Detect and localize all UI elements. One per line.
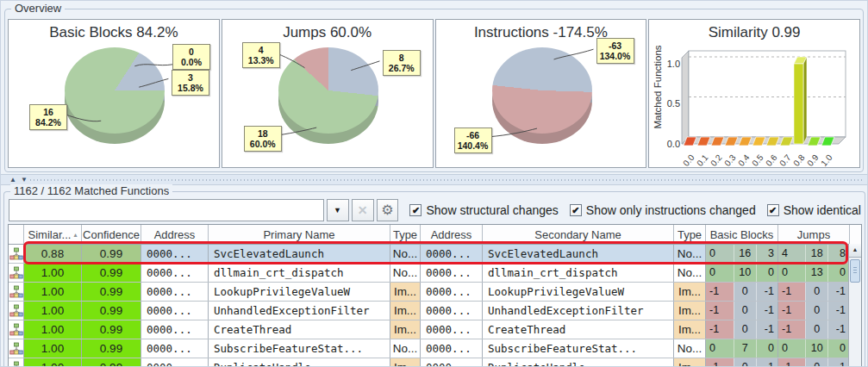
column-header-similar-[interactable]: Similar...▴	[24, 225, 82, 244]
overview-charts: Basic Blocks 84.2% 0 0.0% 3 15.8%	[8, 19, 860, 168]
checkbox-show-only-instructions-changed[interactable]: ✔Show only instructions changed	[570, 203, 756, 217]
similarity-chart-panel: Similarity 0.99 Matched Functions 0.00.5…	[648, 19, 860, 168]
pie-face	[278, 47, 378, 134]
filter-dropdown-button[interactable]: ▼	[327, 199, 349, 221]
jumps-cell: 0100	[778, 339, 850, 358]
function-graph-icon	[9, 264, 24, 282]
close-icon: ✕	[358, 203, 368, 217]
basic-blocks-cell: -10-1	[706, 358, 778, 367]
filter-settings-button[interactable]: ⚙	[377, 199, 399, 221]
column-header-jumps[interactable]: Jumps	[778, 225, 850, 244]
splitter-collapse-up-icon[interactable]: ▲	[8, 176, 18, 184]
vertical-scrollbar[interactable]: ▲	[848, 244, 861, 367]
secondary-name-cell: DuplicateHandle	[483, 358, 674, 367]
column-header-secondary-name[interactable]: Secondary Name	[483, 225, 674, 244]
table-row[interactable]: 1.000.990000...UnhandledExceptionFilterI…	[9, 302, 861, 320]
column-header-basic-blocks[interactable]: Basic Blocks	[706, 225, 778, 244]
checkbox-show-structural-changes[interactable]: ✔Show structural changes	[409, 203, 558, 217]
column-header-label: Secondary Name	[534, 228, 621, 241]
table-row[interactable]: 1.000.990000...LookupPrivilegeValueWIm..…	[9, 283, 861, 302]
bindiff-window: Overview Basic Blocks 84.2% 0 0.0%	[0, 0, 868, 367]
callout-value: 0	[176, 47, 207, 57]
clear-filter-button[interactable]: ✕	[352, 199, 374, 221]
similarity-bar-chart: 0.00.51.00.00.10.20.30.40.50.60.70.80.91…	[649, 39, 860, 168]
filter-input[interactable]	[9, 199, 324, 221]
scroll-up-icon[interactable]: ▲	[849, 244, 861, 258]
checkbox-icon: ✔	[767, 204, 779, 216]
primary-type-cell: Im...	[390, 320, 421, 339]
basic-blocks-cell: -10-1	[706, 302, 778, 320]
confidence-cell: 0.99	[82, 245, 141, 263]
table-row[interactable]: 0.880.990000...SvcElevatedLaunchNo...000…	[9, 245, 861, 264]
pie-callout: -63 134.0%	[596, 38, 634, 64]
similarity-cell: 1.00	[24, 358, 82, 367]
callout-value: 16	[33, 107, 64, 117]
pie-callout: 16 84.2%	[29, 104, 67, 130]
basic-blocks-cell: 0163	[706, 245, 778, 263]
callout-pct: 84.2%	[33, 117, 64, 128]
secondary-name-cell: dllmain_crt_dispatch	[483, 264, 674, 282]
basic-blocks-cell: 0100	[706, 264, 778, 282]
primary-name-cell: CreateThread	[209, 320, 390, 339]
column-header-address[interactable]: Address	[141, 225, 209, 244]
pie-face	[65, 47, 165, 134]
svg-text:1.0: 1.0	[667, 59, 680, 69]
callout-pct: 26.7%	[386, 63, 417, 73]
callout-pct: 0.0%	[176, 57, 207, 67]
similarity-cell: 1.00	[24, 264, 82, 282]
similarity-cell: 1.00	[24, 302, 82, 320]
primary-name-cell: DuplicateHandle	[209, 358, 390, 367]
column-header-confidence[interactable]: Confidence	[82, 225, 141, 244]
callout-value: 18	[247, 128, 278, 139]
scrollbar-thumb[interactable]	[850, 259, 860, 283]
secondary-name-cell: LookupPrivilegeValueW	[483, 283, 674, 301]
callout-pct: 15.8%	[175, 83, 206, 93]
confidence-cell: 0.99	[82, 339, 141, 358]
gear-icon: ⚙	[381, 202, 393, 218]
callout-pct: 60.0%	[247, 139, 278, 149]
splitter-collapse-down-icon[interactable]: ▼	[19, 176, 29, 184]
column-header-label: Address	[431, 228, 472, 241]
table-row[interactable]: 1.000.990000...DuplicateHandleIm...0000.…	[9, 358, 861, 367]
svg-text:0.0: 0.0	[681, 152, 696, 168]
primary-address-cell: 0000...	[141, 320, 209, 339]
svg-text:0.5: 0.5	[667, 98, 680, 109]
column-header-primary-name[interactable]: Primary Name	[209, 225, 390, 244]
secondary-name-cell: CreateThread	[483, 320, 674, 339]
table-row[interactable]: 1.000.990000...SubscribeFeatureStat...No…	[9, 339, 861, 358]
basic-blocks-chart-title: Basic Blocks 84.2%	[9, 24, 219, 41]
secondary-type-cell: Im...	[674, 320, 706, 339]
checkbox-show-identical[interactable]: ✔Show identical	[767, 203, 861, 217]
svg-text:0.3: 0.3	[722, 152, 738, 168]
confidence-cell: 0.99	[82, 264, 141, 282]
secondary-type-cell: Im...	[674, 283, 706, 301]
filter-toolbar: ▼ ✕ ⚙ ✔Show structural changes✔Show only…	[9, 198, 861, 221]
sort-ascending-icon: ▴	[73, 231, 77, 239]
primary-name-cell: dllmain_crt_dispatch	[209, 264, 390, 282]
column-header-type[interactable]: Type	[674, 225, 706, 244]
column-header-label: Type	[678, 228, 702, 241]
confidence-cell: 0.99	[82, 358, 141, 367]
table-row[interactable]: 1.000.990000...dllmain_crt_dispatchNo...…	[9, 264, 861, 283]
matched-functions-groupbox: 1162 / 1162 Matched Functions ▼ ✕ ⚙ ✔Sho…	[3, 191, 865, 367]
svg-text:0.0: 0.0	[667, 139, 680, 149]
column-header-type[interactable]: Type	[390, 225, 421, 244]
table-header: Similar...▴ConfidenceAddressPrimary Name…	[9, 225, 861, 245]
primary-type-cell: Im...	[390, 283, 421, 301]
basic-blocks-pie	[65, 47, 165, 134]
secondary-address-cell: 0000...	[421, 320, 483, 339]
pie-callout: 18 60.0%	[244, 126, 282, 152]
callout-value: 3	[175, 72, 206, 83]
primary-name-cell: SvcElevatedLaunch	[209, 245, 390, 263]
matched-functions-table: Similar...▴ConfidenceAddressPrimary Name…	[8, 224, 862, 367]
callout-pct: 13.3%	[246, 55, 277, 65]
callout-value: 8	[386, 53, 417, 63]
primary-type-cell: No...	[390, 339, 421, 358]
primary-address-cell: 0000...	[141, 283, 209, 301]
column-header-address[interactable]: Address	[421, 225, 483, 244]
table-row[interactable]: 1.000.990000...CreateThreadIm...0000...C…	[9, 320, 861, 339]
svg-text:0.9: 0.9	[805, 152, 821, 168]
pie-callout: 3 15.8%	[172, 70, 209, 96]
secondary-type-cell: No...	[674, 339, 706, 358]
secondary-type-cell: No...	[674, 264, 706, 282]
